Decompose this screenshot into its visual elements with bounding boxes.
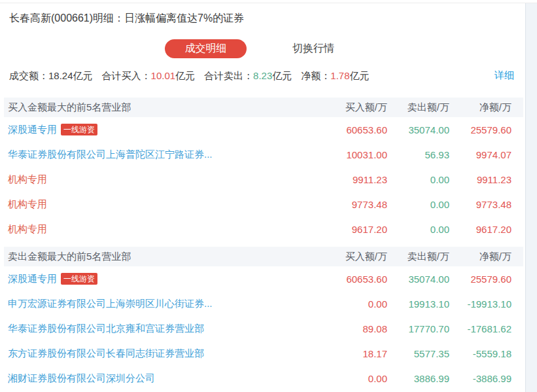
table-header: 买入金额最大的前5名营业部 买入额/万 卖出额/万 净额/万 xyxy=(4,98,523,117)
col-sell-amount: 卖出额/万 xyxy=(387,251,449,263)
page-title: 长春高新(000661)明细：日涨幅偏离值达7%的证券 xyxy=(9,12,537,26)
col-sell-amount: 卖出额/万 xyxy=(387,101,449,114)
buy-value: 9911.23 xyxy=(325,174,387,185)
broker-link[interactable]: 深股通专用 xyxy=(8,124,57,136)
sell-value: 0.00 xyxy=(387,199,449,210)
net-value: -5559.18 xyxy=(449,348,511,359)
net-value: 9617.20 xyxy=(449,224,511,235)
sell-value: 19913.10 xyxy=(387,298,449,310)
table-header: 卖出金额最大的前5名营业部 买入额/万 卖出额/万 净额/万 xyxy=(4,247,523,266)
stock-detail-panel: 长春高新(000661)明细：日涨幅偏离值达7%的证券 成交明细 切换行情 成交… xyxy=(0,0,537,392)
buy-value: 0.00 xyxy=(325,373,387,384)
net-value: 9974.07 xyxy=(449,149,511,160)
net-value: -17681.62 xyxy=(449,323,511,334)
institution-label: 机构专用 xyxy=(8,173,47,186)
sell-value: 3886.99 xyxy=(387,373,449,384)
table-row: 机构专用 9773.48 0.00 9773.48 xyxy=(4,192,523,217)
buy-value: 18.17 xyxy=(325,348,387,359)
summary-net: 净额：1.78亿元 xyxy=(301,70,369,82)
net-value: 9911.23 xyxy=(449,174,511,185)
detail-link[interactable]: 详细 xyxy=(494,69,514,82)
net-value: -3886.99 xyxy=(449,373,511,384)
table-row: 深股通专用一线游资 60653.60 35074.00 25579.60 xyxy=(4,117,523,142)
sell-value: 0.00 xyxy=(387,174,449,185)
buy-value: 10031.00 xyxy=(325,149,387,160)
sell-value: 56.93 xyxy=(387,149,449,160)
sell-value: 5577.35 xyxy=(387,348,449,359)
broker-link[interactable]: 湘财证券股份有限公司深圳分公司 xyxy=(8,372,155,385)
table-title: 买入金额最大的前5名营业部 xyxy=(4,101,325,114)
buy-top5-table: 买入金额最大的前5名营业部 买入额/万 卖出额/万 净额/万 深股通专用一线游资… xyxy=(4,98,523,241)
table-row: 机构专用 9911.23 0.00 9911.23 xyxy=(4,167,523,192)
summary-bar: 成交额：18.24亿元 合计买入：10.01亿元 合计卖出：8.23亿元 净额：… xyxy=(9,69,523,82)
top-divider xyxy=(0,3,537,3)
broker-link[interactable]: 东方证券股份有限公司长春同志街证券营业部 xyxy=(8,347,204,360)
net-value: -19913.10 xyxy=(449,298,511,310)
buy-value: 89.08 xyxy=(325,323,387,334)
table-title: 卖出金额最大的前5名营业部 xyxy=(4,251,325,263)
broker-link[interactable]: 深股通专用 xyxy=(8,273,57,285)
table-row: 深股通专用一线游资 60653.60 35074.00 25579.60 xyxy=(4,266,523,291)
hot-money-badge: 一线游资 xyxy=(61,273,97,285)
broker-link[interactable]: 华泰证券股份有限公司上海普陀区江宁路证券... xyxy=(8,149,213,161)
sell-value: 17770.70 xyxy=(387,323,449,334)
institution-label: 机构专用 xyxy=(8,198,47,211)
table-row: 华泰证券股份有限公司北京雍和宫证券营业部 89.08 17770.70 -176… xyxy=(4,316,523,341)
table-row: 华泰证券股份有限公司上海普陀区江宁路证券... 10031.00 56.93 9… xyxy=(4,142,523,167)
sell-value: 35074.00 xyxy=(387,124,449,135)
buy-value: 9617.20 xyxy=(325,224,387,235)
broker-link[interactable]: 申万宏源证券有限公司上海崇明区川心街证券... xyxy=(8,298,213,310)
buy-value: 60653.60 xyxy=(325,124,387,135)
summary-total-buy: 合计买入：10.01亿元 xyxy=(102,70,196,82)
table-row: 机构专用 9617.20 0.00 9617.20 xyxy=(4,217,523,241)
sell-value: 35074.00 xyxy=(387,274,449,285)
tab-switch-quotes[interactable]: 切换行情 xyxy=(292,42,334,56)
scrollbar-track[interactable] xyxy=(525,3,537,392)
net-value: 9773.48 xyxy=(449,199,511,210)
tab-transaction-detail[interactable]: 成交明细 xyxy=(165,39,247,58)
col-net-amount: 净额/万 xyxy=(449,251,511,263)
hot-money-badge: 一线游资 xyxy=(61,124,97,135)
net-value: 25579.60 xyxy=(449,274,511,285)
buy-value: 0.00 xyxy=(325,298,387,310)
institution-label: 机构专用 xyxy=(8,223,47,236)
broker-link[interactable]: 华泰证券股份有限公司北京雍和宫证券营业部 xyxy=(8,323,204,335)
buy-value: 60653.60 xyxy=(325,274,387,285)
col-buy-amount: 买入额/万 xyxy=(325,101,387,114)
table-row: 申万宏源证券有限公司上海崇明区川心街证券... 0.00 19913.10 -1… xyxy=(4,291,523,316)
tab-bar: 成交明细 切换行情 xyxy=(0,39,537,58)
table-row: 湘财证券股份有限公司深圳分公司 0.00 3886.99 -3886.99 xyxy=(4,366,523,391)
sell-top5-table: 卖出金额最大的前5名营业部 买入额/万 卖出额/万 净额/万 深股通专用一线游资… xyxy=(4,247,523,391)
summary-turnover: 成交额：18.24亿元 xyxy=(9,70,93,82)
summary-total-sell: 合计卖出：8.23亿元 xyxy=(204,70,292,82)
col-buy-amount: 买入额/万 xyxy=(325,251,387,263)
table-row: 东方证券股份有限公司长春同志街证券营业部 18.17 5577.35 -5559… xyxy=(4,341,523,366)
col-net-amount: 净额/万 xyxy=(449,101,511,114)
buy-value: 9773.48 xyxy=(325,199,387,210)
net-value: 25579.60 xyxy=(449,124,511,135)
sell-value: 0.00 xyxy=(387,224,449,235)
